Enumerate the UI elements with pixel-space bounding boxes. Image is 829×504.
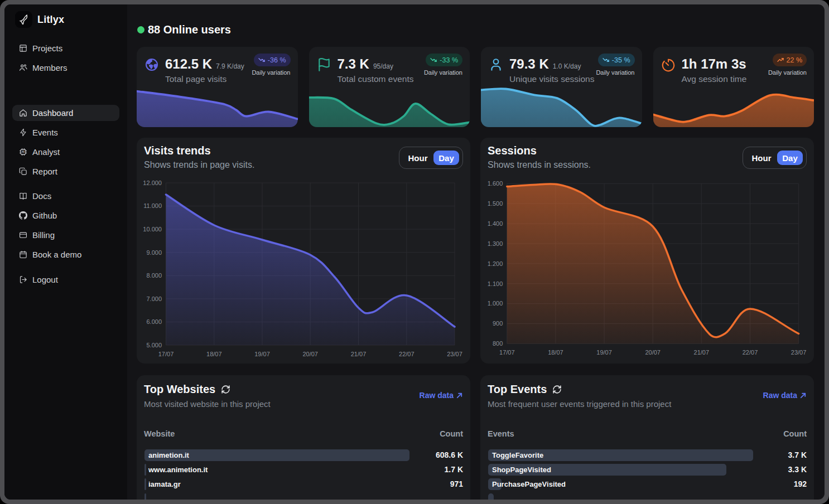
svg-text:22/07: 22/07: [399, 351, 414, 357]
svg-text:900: 900: [493, 320, 503, 327]
svg-text:AI: AI: [22, 150, 25, 153]
svg-text:18/07: 18/07: [206, 351, 222, 357]
svg-text:23/07: 23/07: [447, 351, 462, 357]
svg-text:12.000: 12.000: [143, 180, 162, 186]
svg-text:1.600: 1.600: [488, 180, 503, 187]
svg-text:9.000: 9.000: [146, 249, 162, 256]
svg-text:17/07: 17/07: [499, 349, 515, 356]
svg-text:19/07: 19/07: [596, 349, 612, 356]
svg-text:800: 800: [493, 340, 503, 347]
svg-text:5.000: 5.000: [146, 342, 162, 348]
svg-text:1.100: 1.100: [488, 280, 503, 287]
svg-text:17/07: 17/07: [158, 351, 174, 357]
svg-text:1.300: 1.300: [488, 240, 503, 247]
svg-text:22/07: 22/07: [743, 349, 758, 356]
svg-text:20/07: 20/07: [302, 351, 318, 357]
svg-text:20/07: 20/07: [645, 349, 661, 356]
svg-text:1.400: 1.400: [488, 220, 503, 227]
svg-text:1.000: 1.000: [488, 300, 503, 307]
svg-text:10.000: 10.000: [143, 226, 162, 232]
svg-text:8.000: 8.000: [146, 272, 162, 279]
svg-text:7.000: 7.000: [146, 295, 162, 302]
svg-text:6.000: 6.000: [146, 318, 162, 325]
svg-text:1.500: 1.500: [488, 200, 503, 207]
svg-text:19/07: 19/07: [254, 351, 270, 357]
svg-text:23/07: 23/07: [791, 349, 807, 356]
svg-text:21/07: 21/07: [694, 349, 710, 356]
svg-text:21/07: 21/07: [351, 351, 367, 357]
svg-text:11.000: 11.000: [143, 202, 162, 209]
svg-text:18/07: 18/07: [548, 349, 563, 356]
svg-text:1.200: 1.200: [488, 260, 503, 267]
